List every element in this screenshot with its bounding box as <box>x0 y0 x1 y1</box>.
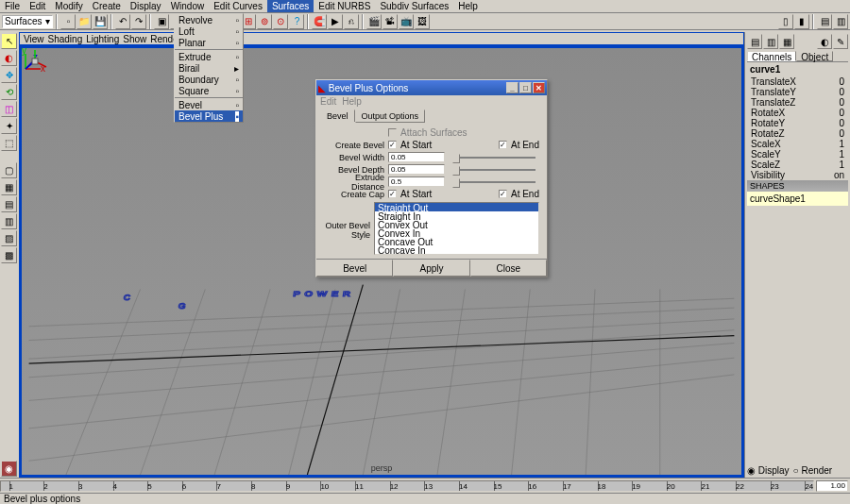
lasso-tool[interactable]: ◐ <box>1 50 17 66</box>
tab-object[interactable]: Object <box>796 51 833 61</box>
close-dialog-button[interactable]: Close <box>470 260 547 277</box>
menu-subdiv[interactable]: Subdiv Surfaces <box>375 0 453 12</box>
menu-birail[interactable]: Birail▸ <box>175 62 243 74</box>
create-bevel-end-checkbox[interactable]: ✓ <box>499 141 507 149</box>
view-cube-icon[interactable] <box>22 48 48 75</box>
attr-row[interactable]: RotateZ0 <box>747 128 848 139</box>
shape-node[interactable]: curveShape1 <box>747 192 848 206</box>
menu-square[interactable]: Square▫ <box>175 85 243 96</box>
list-item[interactable]: Convex Out <box>375 220 538 228</box>
cb-icon-4[interactable]: ◐ <box>817 34 832 49</box>
options-box-icon[interactable]: ▫ <box>235 86 239 96</box>
dlg-menu-help[interactable]: Help <box>342 96 362 107</box>
node-name[interactable]: curve1 <box>747 62 848 76</box>
outer-bevel-style-listbox[interactable]: Straight Out Straight In Convex Out Conv… <box>374 202 539 255</box>
attr-row[interactable]: TranslateZ0 <box>747 97 848 108</box>
attr-row[interactable]: RotateX0 <box>747 108 848 118</box>
tab-channels[interactable]: Channels <box>747 51 796 61</box>
options-box-icon[interactable]: ▫ <box>235 100 239 110</box>
menu-boundary[interactable]: Boundary▫ <box>175 74 243 85</box>
menu-revolve[interactable]: Revolve▫ <box>175 14 243 25</box>
render-2-icon[interactable]: 📽 <box>382 14 398 29</box>
render-radio[interactable]: ○ Render <box>793 465 833 476</box>
menu-extrude[interactable]: Extrude▫ <box>175 51 243 62</box>
attr-row[interactable]: TranslateX0 <box>747 76 848 87</box>
help-icon[interactable]: ? <box>289 14 304 29</box>
vp-show[interactable]: Show <box>123 34 146 44</box>
snap-curve[interactable]: ⊚ <box>257 14 272 29</box>
last-tool[interactable]: ⬚ <box>1 135 17 151</box>
attr-row[interactable]: RotateY0 <box>747 118 848 128</box>
vp-view[interactable]: View <box>24 34 44 44</box>
menu-display[interactable]: Display <box>126 0 166 12</box>
create-cap-end-checkbox[interactable]: ✓ <box>499 190 507 198</box>
script-editor-icon[interactable]: ◉ <box>1 461 17 477</box>
tool-new[interactable]: ▫ <box>60 14 76 29</box>
dialog-titlebar[interactable]: ◣ Bevel Plus Options _ □ ✕ <box>316 80 547 95</box>
ipr-icon[interactable]: ▶ <box>328 14 343 29</box>
apply-button[interactable]: Apply <box>393 260 469 277</box>
menu-editcurves[interactable]: Edit Curves <box>209 0 267 12</box>
list-item[interactable]: Concave In <box>375 245 538 254</box>
render-4-icon[interactable]: 🖼 <box>415 14 430 29</box>
layout-c[interactable]: ▨ <box>1 230 17 246</box>
tool-save[interactable]: 💾 <box>93 14 108 29</box>
maximize-button[interactable]: □ <box>519 82 532 93</box>
menu-modify[interactable]: Modify <box>50 0 87 12</box>
attr-row[interactable]: ScaleZ1 <box>747 160 848 170</box>
cb-icon-2[interactable]: ▥ <box>763 34 778 49</box>
layout-2[interactable]: ▮ <box>794 14 809 29</box>
list-item[interactable]: Convex In <box>375 228 538 237</box>
create-cap-start-checkbox[interactable]: ✓ <box>388 190 397 198</box>
mode-combo[interactable]: Surfaces▾ <box>2 15 53 28</box>
menu-bevel-plus[interactable]: Bevel Plus▪ <box>175 110 243 122</box>
layout-a[interactable]: ▤ <box>1 196 17 212</box>
attr-row[interactable]: ScaleX1 <box>747 139 848 149</box>
move-tool[interactable]: ✥ <box>1 67 17 83</box>
bevel-depth-slider[interactable] <box>452 169 536 171</box>
menu-loft[interactable]: Loft▫ <box>175 25 243 37</box>
menu-window[interactable]: Window <box>166 0 210 12</box>
display-radio[interactable]: ◉ Display <box>747 465 790 476</box>
menu-help[interactable]: Help <box>453 0 483 12</box>
cb-icon-3[interactable]: ▦ <box>779 34 794 49</box>
layout-b[interactable]: ▥ <box>1 213 17 229</box>
attr-row[interactable]: ScaleY1 <box>747 149 848 160</box>
current-frame-field[interactable]: 1.00 <box>816 480 848 492</box>
tool-redo[interactable]: ↷ <box>131 14 146 29</box>
options-box-icon[interactable]: ▫ <box>235 15 239 25</box>
timeline-track[interactable]: 123456789101112131415161718192021222324 <box>0 480 814 492</box>
options-box-icon[interactable]: ▫ <box>235 52 239 62</box>
snap-point[interactable]: ⊙ <box>273 14 288 29</box>
attr-row[interactable]: Visibilityon <box>747 170 848 180</box>
extrude-distance-input[interactable]: 0.5 <box>388 176 445 187</box>
menu-create[interactable]: Create <box>88 0 126 12</box>
menu-editnurbs[interactable]: Edit NURBS <box>314 0 375 12</box>
vp-lighting[interactable]: Lighting <box>86 34 119 44</box>
layout-d[interactable]: ▩ <box>1 247 17 263</box>
tab-output-options[interactable]: Output Options <box>355 109 426 123</box>
list-item[interactable]: Concave Out <box>375 237 538 245</box>
list-item[interactable]: Straight Out <box>375 203 538 211</box>
tool-undo[interactable]: ↶ <box>115 14 130 29</box>
history-icon[interactable]: ⎌ <box>344 14 359 29</box>
menu-planar[interactable]: Planar▫ <box>175 37 243 48</box>
magnet-icon[interactable]: 🧲 <box>312 14 327 29</box>
four-view[interactable]: ▦ <box>1 179 17 195</box>
cb-icon-1[interactable]: ▤ <box>747 34 762 49</box>
sel-mask-1[interactable]: ▣ <box>154 14 169 29</box>
render-3-icon[interactable]: 📺 <box>399 14 414 29</box>
menu-edit[interactable]: Edit <box>25 0 50 12</box>
select-tool[interactable]: ↖ <box>1 33 17 49</box>
render-icon[interactable]: 🎬 <box>366 14 382 29</box>
create-bevel-start-checkbox[interactable]: ✓ <box>388 141 397 149</box>
minimize-button[interactable]: _ <box>506 82 518 93</box>
bevel-width-input[interactable]: 0.05 <box>388 152 445 162</box>
close-button[interactable]: ✕ <box>533 82 545 93</box>
menu-surfaces[interactable]: Surfaces <box>267 0 314 12</box>
cb-icon-5[interactable]: ✎ <box>833 34 848 49</box>
menu-file[interactable]: File <box>0 0 25 12</box>
tab-bevel[interactable]: Bevel <box>320 109 355 123</box>
bevel-depth-input[interactable]: 0.05 <box>388 164 445 175</box>
time-slider[interactable]: 123456789101112131415161718192021222324 … <box>0 478 850 493</box>
